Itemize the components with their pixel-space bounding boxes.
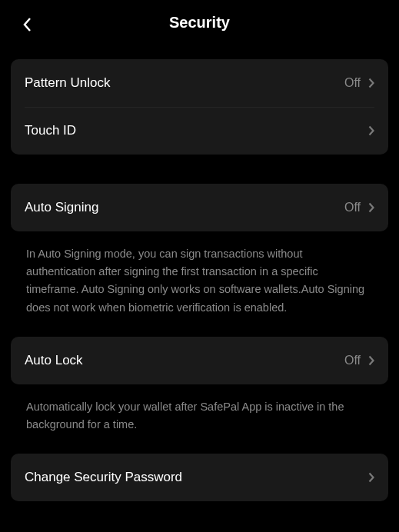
row-label: Auto Lock — [25, 353, 344, 368]
row-label: Touch ID — [25, 123, 368, 138]
row-pattern-unlock[interactable]: Pattern Unlock Off — [11, 59, 388, 107]
row-label: Pattern Unlock — [25, 75, 344, 91]
header: Security — [0, 0, 399, 48]
row-auto-lock[interactable]: Auto Lock Off — [11, 337, 388, 384]
row-touch-id[interactable]: Touch ID — [11, 107, 388, 155]
chevron-right-icon — [368, 472, 374, 483]
security-group-autosigning: Auto Signing Off — [11, 184, 388, 231]
row-value: Off — [344, 76, 361, 90]
row-value: Off — [344, 354, 361, 367]
chevron-left-icon — [23, 17, 32, 32]
security-group-autolock: Auto Lock Off — [11, 337, 388, 384]
page-title: Security — [12, 14, 387, 32]
row-label: Change Security Password — [25, 470, 368, 485]
chevron-right-icon — [368, 355, 374, 366]
row-change-password[interactable]: Change Security Password — [11, 454, 388, 501]
auto-lock-description: Automatically lock your wallet after Saf… — [11, 384, 388, 435]
content: Pattern Unlock Off Touch ID Auto Signing… — [0, 48, 399, 501]
row-auto-signing[interactable]: Auto Signing Off — [11, 184, 388, 231]
security-group-password: Change Security Password — [11, 454, 388, 501]
row-label: Auto Signing — [25, 200, 344, 215]
chevron-right-icon — [368, 125, 374, 136]
chevron-right-icon — [368, 78, 374, 88]
row-value: Off — [344, 201, 361, 214]
chevron-right-icon — [368, 202, 374, 213]
auto-signing-description: In Auto Signing mode, you can sign trans… — [11, 231, 388, 318]
security-group-unlock: Pattern Unlock Off Touch ID — [11, 59, 388, 155]
back-button[interactable] — [18, 15, 37, 34]
